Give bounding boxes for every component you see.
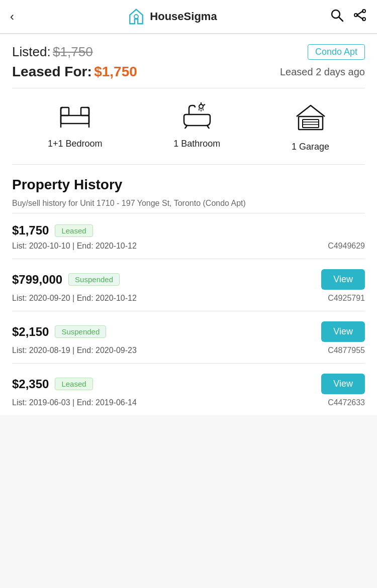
history-entry-1-badge: Leased bbox=[55, 224, 92, 237]
feature-bedroom: 1+1 Bedroom bbox=[48, 102, 103, 152]
svg-point-0 bbox=[134, 15, 138, 19]
history-entry-4-price-row: $2,350 Leased bbox=[12, 377, 93, 391]
logo-text: HouseSigma bbox=[150, 10, 217, 23]
back-button[interactable]: ‹ bbox=[10, 10, 14, 24]
svg-point-5 bbox=[354, 14, 357, 17]
condo-badge: Condo Apt bbox=[308, 44, 365, 60]
header-icons bbox=[330, 8, 367, 25]
garage-icon bbox=[294, 102, 328, 136]
share-icon bbox=[353, 8, 367, 22]
bath-icon bbox=[182, 102, 212, 133]
history-entry-3-top: $2,150 Suspended View bbox=[12, 321, 365, 342]
feature-bathroom: 1 Bathroom bbox=[173, 102, 220, 152]
history-entry-2-id: C4925791 bbox=[328, 294, 365, 303]
listed-row: Listed: $1,750 Condo Apt bbox=[12, 44, 365, 60]
svg-rect-6 bbox=[61, 115, 89, 124]
history-entry-2-dates: List: 2020-09-20 | End: 2020-10-12 bbox=[12, 294, 137, 303]
history-entry-3-price-row: $2,150 Suspended bbox=[12, 325, 106, 339]
history-entry-1-dates: List: 2020-10-10 | End: 2020-10-12 bbox=[12, 242, 137, 251]
property-history-header: Property History Buy/sell history for Un… bbox=[0, 165, 377, 209]
listed-label: Listed: bbox=[12, 44, 51, 59]
view-button-3[interactable]: View bbox=[321, 321, 365, 342]
svg-rect-7 bbox=[61, 107, 69, 115]
features-section: 1+1 Bedroom 1 Bathroom bbox=[0, 88, 377, 164]
leased-ago: Leased 2 days ago bbox=[280, 66, 365, 78]
svg-line-2 bbox=[339, 17, 343, 21]
garage-label: 1 Garage bbox=[292, 142, 329, 152]
listed-price: $1,750 bbox=[53, 44, 93, 59]
header: ‹ HouseSigma bbox=[0, 0, 377, 34]
leased-for-group: Leased For: $1,750 bbox=[12, 64, 137, 80]
bathroom-label: 1 Bathroom bbox=[173, 139, 220, 149]
svg-line-13 bbox=[185, 126, 187, 129]
view-button-4[interactable]: View bbox=[321, 374, 365, 394]
leased-row: Leased For: $1,750 Leased 2 days ago bbox=[12, 64, 365, 80]
bed-icon bbox=[59, 102, 91, 133]
svg-point-4 bbox=[362, 18, 365, 21]
property-history-subtitle: Buy/sell history for Unit 1710 - 197 Yon… bbox=[12, 198, 365, 209]
history-entry-2-price-row: $799,000 Suspended bbox=[12, 273, 120, 287]
history-entry-3-id: C4877955 bbox=[328, 346, 365, 355]
svg-line-14 bbox=[207, 126, 209, 129]
main-content: Listed: $1,750 Condo Apt Leased For: $1,… bbox=[0, 34, 377, 415]
listed-label-price: Listed: $1,750 bbox=[12, 44, 93, 60]
svg-rect-17 bbox=[303, 120, 319, 128]
history-entry-4-price: $2,350 bbox=[12, 377, 49, 391]
svg-point-15 bbox=[199, 104, 203, 108]
share-button[interactable] bbox=[353, 8, 367, 25]
history-entry-3-dates: List: 2020-08-19 | End: 2020-09-23 bbox=[12, 346, 137, 355]
history-entry-4-badge: Leased bbox=[55, 378, 92, 390]
logo-area: HouseSigma bbox=[127, 7, 217, 26]
property-history-title: Property History bbox=[12, 177, 365, 193]
history-entry-2-badge: Suspended bbox=[68, 273, 120, 286]
feature-garage: 1 Garage bbox=[292, 102, 329, 152]
history-entry-1-dates-row: List: 2020-10-10 | End: 2020-10-12 C4949… bbox=[12, 242, 365, 251]
history-entry-3-dates-row: List: 2020-08-19 | End: 2020-09-23 C4877… bbox=[12, 346, 365, 355]
history-entry-3-badge: Suspended bbox=[55, 325, 106, 338]
price-section: Listed: $1,750 Condo Apt Leased For: $1,… bbox=[0, 34, 377, 88]
bedroom-label: 1+1 Bedroom bbox=[48, 139, 103, 149]
history-entry-1: $1,750 Leased List: 2020-10-10 | End: 20… bbox=[12, 213, 365, 259]
leased-price: $1,750 bbox=[94, 64, 137, 79]
history-entry-4: $2,350 Leased View List: 2019-06-03 | En… bbox=[12, 364, 365, 415]
history-entry-1-top: $1,750 Leased bbox=[12, 223, 365, 238]
history-list: $1,750 Leased List: 2020-10-10 | End: 20… bbox=[0, 213, 377, 415]
svg-rect-8 bbox=[81, 107, 89, 115]
svg-point-3 bbox=[362, 10, 365, 13]
logo-icon bbox=[127, 7, 146, 26]
history-entry-2-top: $799,000 Suspended View bbox=[12, 269, 365, 290]
history-entry-4-dates: List: 2019-06-03 | End: 2019-06-14 bbox=[12, 398, 137, 407]
search-icon bbox=[330, 8, 344, 22]
history-entry-3: $2,150 Suspended View List: 2020-08-19 |… bbox=[12, 311, 365, 364]
leased-for-label: Leased For: bbox=[12, 64, 92, 79]
history-entry-4-dates-row: List: 2019-06-03 | End: 2019-06-14 C4472… bbox=[12, 398, 365, 407]
search-button[interactable] bbox=[330, 8, 344, 25]
history-entry-1-price-row: $1,750 Leased bbox=[12, 223, 93, 238]
history-entry-2-dates-row: List: 2020-09-20 | End: 2020-10-12 C4925… bbox=[12, 294, 365, 303]
history-entry-3-price: $2,150 bbox=[12, 325, 49, 339]
history-entry-2: $799,000 Suspended View List: 2020-09-20… bbox=[12, 259, 365, 311]
history-entry-4-top: $2,350 Leased View bbox=[12, 374, 365, 394]
view-button-2[interactable]: View bbox=[321, 269, 365, 290]
history-entry-1-price: $1,750 bbox=[12, 223, 49, 238]
history-entry-1-id: C4949629 bbox=[328, 242, 365, 251]
history-entry-4-id: C4472633 bbox=[328, 398, 365, 407]
history-entry-2-price: $799,000 bbox=[12, 273, 62, 287]
